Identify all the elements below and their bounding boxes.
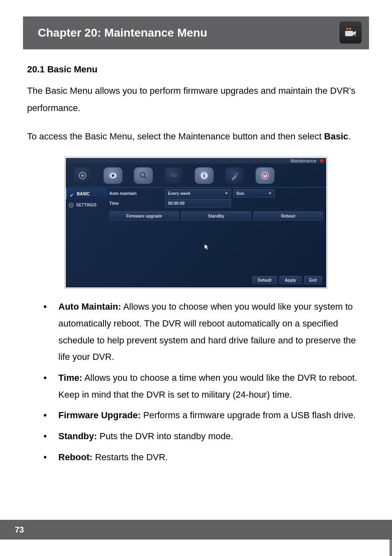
form-row-time: Time 00:00:00 xyxy=(109,199,323,207)
form-row-auto-maintain: Auto maintain Every week Sun. xyxy=(109,189,323,197)
wrench-icon xyxy=(69,191,75,197)
exit-button[interactable]: Exit xyxy=(304,276,322,284)
svg-point-0 xyxy=(346,28,348,30)
bullet-auto-maintain: Auto Maintain: Allows you to choose when… xyxy=(44,299,365,366)
svg-point-11 xyxy=(170,174,178,178)
reboot-button[interactable]: Reboot xyxy=(254,211,323,220)
bullet-firmware-upgrade: Firmware Upgrade: Performs a firmware up… xyxy=(44,407,365,424)
dropdown-frequency-value: Every week xyxy=(168,190,191,197)
dropdown-frequency[interactable]: Every week xyxy=(165,189,231,197)
sidebar-item-settings[interactable]: SETTINGS xyxy=(66,199,108,211)
footer-button-row: Default Apply Exit xyxy=(252,276,322,284)
dropdown-day-value: Sun. xyxy=(236,190,245,197)
svg-line-9 xyxy=(145,177,147,179)
gear-icon xyxy=(68,202,74,208)
firmware-upgrade-button[interactable]: Firmware upgrade xyxy=(109,211,179,220)
bullet-standby: Standby: Puts the DVR into standby mode. xyxy=(44,428,365,445)
toolbar-icon-hdd[interactable] xyxy=(164,167,183,184)
window-titlebar: Maintenance xyxy=(66,158,326,164)
toolbar-iconstrip: i xyxy=(66,164,326,188)
sidebar: BASIC SETTINGS xyxy=(66,188,108,287)
input-time-value: 00:00:00 xyxy=(168,199,184,207)
action-button-row: Firmware upgrade Standby Reboot xyxy=(109,211,323,220)
svg-point-7 xyxy=(112,174,114,177)
toolbar-icon-maintenance[interactable] xyxy=(225,167,244,184)
close-icon[interactable] xyxy=(320,159,324,163)
access-text-2: . xyxy=(348,131,351,141)
access-text-bold: Basic xyxy=(324,131,348,141)
cursor-icon xyxy=(205,244,209,250)
toolbar-icon-power[interactable] xyxy=(256,167,274,184)
svg-point-5 xyxy=(81,174,84,177)
chapter-title: Chapter 20: Maintenance Menu xyxy=(38,26,207,39)
bullet-reboot: Reboot: Restarts the DVR. xyxy=(44,449,365,466)
svg-rect-2 xyxy=(345,31,353,36)
sidebar-item-basic[interactable]: BASIC xyxy=(66,188,108,199)
page-tail xyxy=(0,540,392,556)
section-heading: 20.1 Basic Menu xyxy=(27,61,365,78)
page-number: 73 xyxy=(15,525,24,535)
input-time[interactable]: 00:00:00 xyxy=(165,199,231,207)
default-button[interactable]: Default xyxy=(252,276,277,284)
description-list: Auto Maintain: Allows you to choose when… xyxy=(27,297,365,466)
standby-button[interactable]: Standby xyxy=(181,211,251,220)
svg-point-19 xyxy=(71,204,72,206)
dropdown-day[interactable]: Sun. xyxy=(233,189,274,197)
dvr-maintenance-screenshot: Maintenance xyxy=(66,158,326,287)
toolbar-icon-search[interactable] xyxy=(134,167,153,184)
toolbar-icon-gear[interactable] xyxy=(73,167,92,184)
svg-point-14 xyxy=(235,172,238,176)
page-footer: 73 xyxy=(0,520,392,540)
intro-paragraph: The Basic Menu allows you to perform fir… xyxy=(27,82,365,117)
main-panel: Auto maintain Every week Sun. xyxy=(108,188,326,287)
chapter-bar: Chapter 20: Maintenance Menu xyxy=(23,16,369,49)
label-time: Time xyxy=(109,199,163,207)
screenshot-container: Maintenance xyxy=(65,157,327,289)
sidebar-label-settings: SETTINGS xyxy=(76,201,97,209)
svg-text:i: i xyxy=(203,172,205,179)
svg-point-3 xyxy=(354,34,356,35)
apply-button[interactable]: Apply xyxy=(279,276,302,284)
access-text-1: To access the Basic Menu, select the Mai… xyxy=(27,131,324,141)
toolbar-icon-camera[interactable] xyxy=(104,167,122,184)
camera-icon xyxy=(339,21,362,44)
label-auto-maintain: Auto maintain xyxy=(109,190,163,197)
svg-point-8 xyxy=(140,172,145,177)
chevron-down-icon xyxy=(268,192,272,195)
toolbar-icon-info[interactable]: i xyxy=(195,167,214,184)
svg-point-1 xyxy=(349,28,351,30)
chevron-down-icon xyxy=(225,192,228,195)
sidebar-label-basic: BASIC xyxy=(77,190,90,198)
access-paragraph: To access the Basic Menu, select the Mai… xyxy=(27,128,365,145)
bullet-time: Time: Allows you to choose a time when y… xyxy=(44,370,365,403)
window-title: Maintenance xyxy=(291,157,316,165)
